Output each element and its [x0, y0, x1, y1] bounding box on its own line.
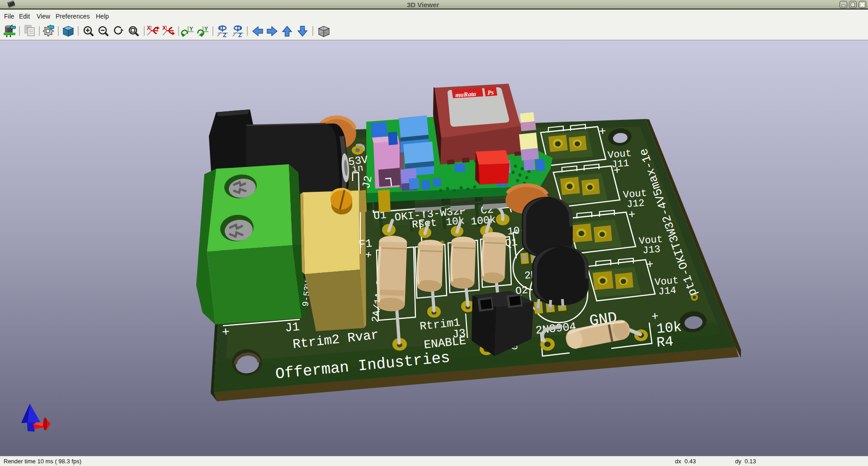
svg-text:Y: Y: [204, 26, 208, 32]
svg-text:Q1: Q1: [505, 237, 518, 249]
svg-text:in: in: [351, 163, 364, 175]
svg-text:Y: Y: [189, 26, 193, 32]
svg-text:+: +: [599, 124, 607, 138]
svg-text:J13: J13: [642, 244, 661, 257]
svg-text:R4: R4: [656, 333, 674, 351]
svg-text:Z: Z: [238, 32, 242, 38]
svg-text:+: +: [613, 163, 621, 177]
svg-text:muRata: muRata: [455, 90, 476, 99]
svg-text:Z: Z: [223, 32, 226, 38]
svg-text:J14: J14: [658, 285, 677, 298]
svg-text:100k: 100k: [470, 214, 496, 228]
svg-text:X: X: [162, 25, 166, 31]
svg-text:Ps: Ps: [487, 89, 494, 96]
svg-text:+: +: [646, 257, 654, 271]
svg-text:+: +: [222, 325, 231, 340]
svg-text:X: X: [147, 25, 151, 31]
svg-text:J1: J1: [284, 320, 300, 335]
svg-text:+: +: [628, 208, 636, 222]
